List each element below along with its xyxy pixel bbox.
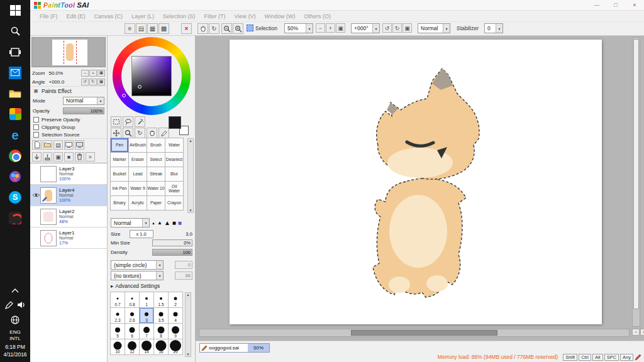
tool-brush[interactable]: Brush [147,138,165,153]
tool-binary[interactable]: Binary [110,195,129,211]
close-button[interactable]: × [625,0,644,10]
zoom-out-tool-button[interactable] [221,23,232,34]
sv-marker[interactable] [138,85,142,89]
menu-layer[interactable]: Layer (L) [127,13,158,19]
taskbar-dark-app[interactable] [0,207,30,228]
layer-row-layer2[interactable]: Layer2 Normal 48% [30,206,107,228]
brush-blend-combo[interactable]: Normal ▾ [111,218,150,228]
stabilizer-combo[interactable]: 0 ▾ [484,23,503,33]
brush-size-option[interactable]: 16 [153,339,169,355]
preserve-opacity-row[interactable]: Preserve Opacity [30,116,107,123]
tool-marker[interactable]: Marker [110,152,129,167]
selection-source-row[interactable]: Selection Source [30,131,107,138]
tool-oilwater[interactable]: Oil Water [165,181,184,196]
scroll-up-icon[interactable]: ▲ [189,139,192,143]
brush-size-option[interactable]: 8 [153,323,169,339]
taskbar-photos-app[interactable] [0,166,30,187]
brush-size-option[interactable]: 4 [168,307,183,324]
brush-size-option[interactable]: 1.5 [153,292,169,308]
tool-eraser[interactable]: Eraser [128,152,147,167]
clipping-group-checkbox[interactable] [33,124,39,130]
taskbar-explorer-app[interactable] [0,83,30,104]
brush-shape-square-icon[interactable]: ■ [172,220,176,226]
taskbar-mail-app[interactable] [0,62,30,83]
scroll-hand-button[interactable] [197,23,208,34]
size-grid-scrollbar[interactable]: ▲ ▼ [185,292,191,357]
tool-blur[interactable]: Blur [165,167,184,182]
brush-size-option-selected[interactable]: 3 [139,307,154,324]
taskbar-search-button[interactable] [0,21,30,41]
hue-marker[interactable] [122,94,126,97]
rect-select-tool[interactable] [111,116,121,127]
tool-acrylic[interactable]: Acrylic [128,195,147,211]
rotate-cw-button[interactable]: ↻ [392,23,402,33]
brush-size-option[interactable]: 5 [110,323,125,339]
clipping-group-row[interactable]: Clipping Group [30,123,107,131]
nav-rotate-cw-button[interactable]: ↻ [89,79,97,85]
taskbar-chrome-app[interactable] [0,145,30,166]
palette-grid-toggle-a[interactable]: ▤ [136,23,147,34]
tool-crayon[interactable]: Crayon [165,195,184,211]
taskbar-clock[interactable]: 6:18 PM 4/11/2016 [3,344,26,362]
minimize-button[interactable]: — [587,0,606,10]
size-unit-box[interactable]: x 1.0 [130,230,153,238]
rotate-view-button[interactable]: ↻ [209,23,219,34]
menu-file[interactable]: File (F) [35,13,62,19]
brush-shape-blue-icon[interactable]: ■ [178,220,182,226]
layer-extra-button[interactable]: × [86,152,95,162]
taskbar-skype-app[interactable]: S [0,187,30,207]
menu-window[interactable]: Window (W) [260,13,299,19]
brush-shape-strength[interactable]: 0 [175,261,192,269]
tool-grid-scrollbar[interactable]: ▲ ▼ [187,138,194,213]
brush-size-option[interactable]: 7 [139,323,154,339]
brush-shape-combo[interactable]: (simple circle) ▾ [111,260,164,270]
tool-streak[interactable]: Streak [147,167,165,182]
rotate-canvas-tool[interactable]: ↻ [135,128,145,138]
brush-size-option[interactable]: 2 [168,292,183,308]
brush-texture-combo[interactable]: (no texture) ▾ [111,271,164,280]
primary-color-swatch[interactable] [169,116,181,129]
tool-water9[interactable]: Water 9 [128,181,147,196]
selection-source-checkbox[interactable] [33,132,39,138]
close-panel-button[interactable]: × [181,23,192,34]
swatches-toggle-button[interactable]: ≡ [125,23,135,34]
brush-size-option[interactable]: 9 [168,323,183,339]
ink-pen-icon[interactable] [5,301,13,309]
brush-size-option[interactable]: 10 [110,339,125,355]
palette-grid-toggle-c[interactable]: ▩ [158,23,169,34]
new-folder-button[interactable] [43,140,52,150]
tool-pen[interactable]: Pen [110,138,129,153]
visibility-column[interactable] [31,192,40,198]
eyedropper-tool[interactable] [158,128,169,138]
tool-lead[interactable]: Lead [128,167,147,182]
menu-canvas[interactable]: Canvas (C) [90,13,128,19]
scroll-down-icon[interactable]: ▼ [189,209,192,212]
menu-edit[interactable]: Edit (E) [62,13,90,19]
transfer-down-button[interactable] [32,152,42,162]
brush-size-option[interactable]: 3.5 [153,307,169,324]
network-tray-button[interactable] [0,312,30,327]
canvas-surface[interactable] [230,40,602,324]
vertical-scrollbar-thumb[interactable] [633,39,639,309]
brush-shape-small-icon[interactable]: ▲ [152,221,155,225]
nav-zoom-reset-button[interactable]: ▣ [97,70,105,77]
nav-rotate-ccw-button[interactable]: ↺ [81,79,89,85]
layer-row-layer1[interactable]: Layer1 Normal 17% [30,228,107,249]
show-hidden-icons-button[interactable] [0,283,30,297]
palette-grid-toggle-b[interactable]: ▦ [147,23,158,34]
selection-indicator[interactable]: Selection [247,25,277,31]
density-slider[interactable]: 100 [152,249,192,256]
taskbar-store-app[interactable] [0,104,30,124]
tool-select[interactable]: Select [147,152,165,167]
toolbar-blend-combo[interactable]: Normal ▾ [418,23,450,33]
zoom-plus-button[interactable]: + [326,23,335,33]
brush-size-option[interactable]: 1 [139,292,154,308]
brush-size-option[interactable]: 0.8 [125,292,140,308]
zoom-minus-button[interactable]: − [316,23,325,33]
brush-shape-medium-icon[interactable]: ▲ [157,221,162,226]
brush-texture-strength[interactable]: 66 [175,272,192,280]
advanced-settings-header[interactable]: ▸ Advanced Settings [111,283,160,289]
language-indicator[interactable]: ENG INTL [0,327,30,344]
scroll-down-icon[interactable]: ▼ [186,353,190,356]
preserve-opacity-checkbox[interactable] [33,117,39,123]
